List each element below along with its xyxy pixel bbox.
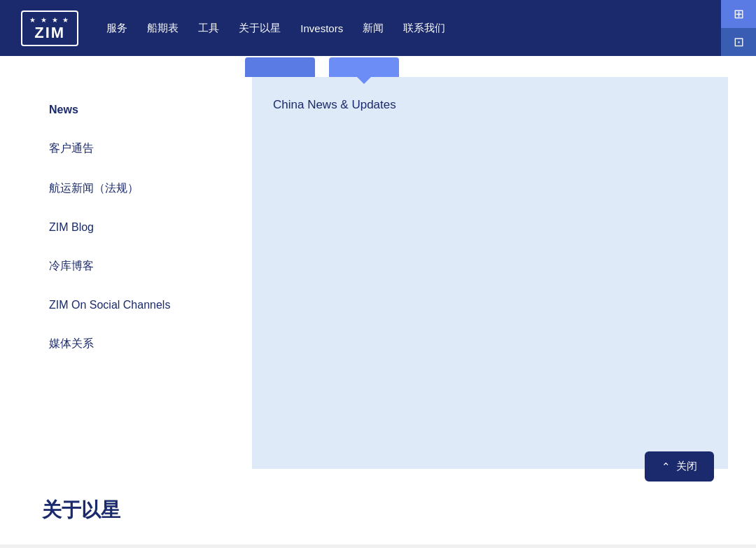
- logo-stars: ★ ★ ★ ★: [29, 16, 70, 24]
- main-content: News 客户通告 航运新闻（法规） ZIM Blog 冷库博客 ZIM On …: [0, 56, 756, 545]
- logo-area[interactable]: ★ ★ ★ ★ ZIM: [21, 10, 78, 46]
- nav-items: 服务 船期表 工具 关于以星 Investors 新闻 联系我们: [106, 22, 445, 35]
- dropdown-panel: News 客户通告 航运新闻（法规） ZIM Blog 冷库博客 ZIM On …: [28, 77, 728, 469]
- nav-item-schedule[interactable]: 船期表: [147, 22, 178, 35]
- side-buttons: ⊞ ⊡: [721, 0, 756, 56]
- tab-indicator-1[interactable]: [245, 57, 315, 77]
- menu-item-news[interactable]: News: [28, 91, 252, 129]
- menu-item-customer[interactable]: 客户通告: [28, 129, 252, 169]
- menu-item-blog[interactable]: ZIM Blog: [28, 209, 252, 246]
- close-icon: ⌃: [662, 461, 671, 473]
- bottom-area: ⌃ 关闭 关于以星: [0, 469, 756, 545]
- right-panel-title: China News & Updates: [273, 91, 707, 119]
- side-btn-2[interactable]: ⊡: [721, 28, 756, 56]
- tab-indicator-2[interactable]: [329, 57, 399, 77]
- tab-indicators: [0, 56, 756, 77]
- menu-item-social[interactable]: ZIM On Social Channels: [28, 286, 252, 324]
- side-btn-1[interactable]: ⊞: [721, 0, 756, 28]
- nav-item-services[interactable]: 服务: [106, 22, 127, 35]
- right-panel: China News & Updates: [252, 77, 728, 469]
- logo-box: ★ ★ ★ ★ ZIM: [21, 10, 78, 46]
- close-label: 关闭: [676, 460, 697, 473]
- left-panel: News 客户通告 航运新闻（法规） ZIM Blog 冷库博客 ZIM On …: [28, 77, 252, 469]
- nav-item-news[interactable]: 新闻: [363, 22, 384, 35]
- logo-text: ZIM: [34, 25, 65, 41]
- nav-item-tools[interactable]: 工具: [198, 22, 219, 35]
- menu-item-shipping[interactable]: 航运新闻（法规）: [28, 169, 252, 209]
- navbar: ★ ★ ★ ★ ZIM 服务 船期表 工具 关于以星 Investors 新闻 …: [0, 0, 756, 56]
- close-button[interactable]: ⌃ 关闭: [645, 451, 714, 482]
- menu-item-media[interactable]: 媒体关系: [28, 324, 252, 364]
- nav-item-investors[interactable]: Investors: [300, 22, 343, 34]
- page-title: 关于以星: [42, 497, 714, 524]
- nav-item-about[interactable]: 关于以星: [239, 22, 281, 35]
- menu-item-cold[interactable]: 冷库博客: [28, 246, 252, 286]
- nav-item-contact[interactable]: 联系我们: [403, 22, 445, 35]
